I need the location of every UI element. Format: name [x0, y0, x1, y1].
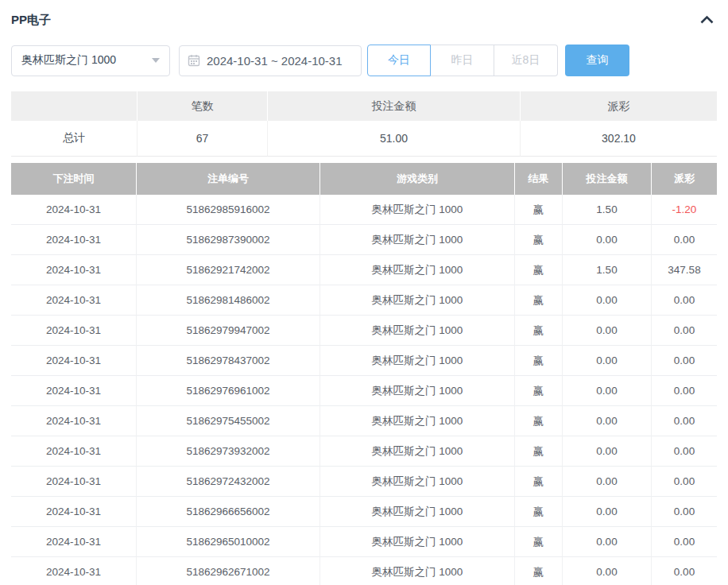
- table-row: 2024-10-31 51862962671002 奥林匹斯之门 1000 赢 …: [11, 557, 717, 585]
- summary-header-blank: [11, 91, 137, 121]
- cell-game-category: 奥林匹斯之门 1000: [320, 467, 515, 497]
- cell-bet-time: 2024-10-31: [11, 406, 137, 436]
- query-button[interactable]: 查询: [565, 45, 629, 76]
- cell-game-category: 奥林匹斯之门 1000: [320, 436, 515, 467]
- cell-bet-amount: 0.00: [563, 376, 652, 406]
- cell-game-category: 奥林匹斯之门 1000: [320, 527, 515, 557]
- cell-bet-time: 2024-10-31: [11, 316, 137, 346]
- cell-result: 赢: [515, 527, 563, 557]
- last-8-days-button[interactable]: 近8日: [494, 45, 558, 76]
- cell-bet-number: 51862966656002: [137, 497, 320, 527]
- table-row: 2024-10-31 51862973932002 奥林匹斯之门 1000 赢 …: [11, 436, 717, 467]
- cell-game-category: 奥林匹斯之门 1000: [320, 497, 515, 527]
- cell-result: 赢: [515, 316, 563, 346]
- cell-bet-number: 51862978437002: [137, 346, 320, 376]
- cell-payout: 0.00: [652, 557, 717, 585]
- yesterday-button[interactable]: 昨日: [431, 45, 494, 76]
- cell-payout: 0.00: [652, 225, 717, 255]
- table-body: 2024-10-31 51862985916002 奥林匹斯之门 1000 赢 …: [11, 195, 717, 585]
- cell-bet-number: 51862979947002: [137, 316, 320, 346]
- cell-bet-number: 51862976961002: [137, 376, 320, 406]
- table-header-row: 下注时间 注单编号 游戏类别 结果 投注金额 派彩: [11, 163, 717, 195]
- cell-bet-amount: 0.00: [563, 316, 652, 346]
- cell-result: 赢: [515, 406, 563, 436]
- cell-bet-number: 51862985916002: [137, 195, 320, 225]
- summary-table: 笔数 投注金额 派彩 总计 67 51.00 302.10: [11, 91, 717, 157]
- cell-bet-amount: 0.00: [563, 285, 652, 316]
- cell-game-category: 奥林匹斯之门 1000: [320, 225, 515, 255]
- cell-result: 赢: [515, 376, 563, 406]
- cell-game-category: 奥林匹斯之门 1000: [320, 406, 515, 436]
- column-header-payout: 派彩: [652, 163, 717, 195]
- cell-bet-time: 2024-10-31: [11, 436, 137, 467]
- summary-header-payout: 派彩: [521, 91, 717, 121]
- cell-payout: 0.00: [652, 346, 717, 376]
- summary-total-count: 67: [137, 121, 268, 157]
- cell-bet-amount: 0.00: [563, 497, 652, 527]
- cell-bet-amount: 1.50: [563, 195, 652, 225]
- table-row: 2024-10-31 51862966656002 奥林匹斯之门 1000 赢 …: [11, 497, 717, 527]
- cell-result: 赢: [515, 467, 563, 497]
- today-button[interactable]: 今日: [367, 45, 431, 76]
- table-row: 2024-10-31 51862987390002 奥林匹斯之门 1000 赢 …: [11, 225, 717, 255]
- cell-bet-amount: 0.00: [563, 406, 652, 436]
- calendar-icon: [188, 54, 200, 67]
- cell-payout: 0.00: [652, 316, 717, 346]
- table-row: 2024-10-31 51862975455002 奥林匹斯之门 1000 赢 …: [11, 406, 717, 436]
- cell-bet-time: 2024-10-31: [11, 527, 137, 557]
- cell-result: 赢: [515, 497, 563, 527]
- cell-bet-number: 51862921742002: [137, 255, 320, 285]
- quick-date-button-group: 今日 昨日 近8日: [367, 45, 558, 76]
- cell-game-category: 奥林匹斯之门 1000: [320, 195, 515, 225]
- summary-header-count: 笔数: [137, 91, 268, 121]
- cell-bet-time: 2024-10-31: [11, 346, 137, 376]
- table-row: 2024-10-31 51862976961002 奥林匹斯之门 1000 赢 …: [11, 376, 717, 406]
- cell-bet-amount: 1.50: [563, 255, 652, 285]
- cell-bet-number: 51862962671002: [137, 557, 320, 585]
- cell-payout: 0.00: [652, 285, 717, 316]
- summary-header-row: 笔数 投注金额 派彩: [11, 91, 717, 121]
- cell-game-category: 奥林匹斯之门 1000: [320, 285, 515, 316]
- summary-total-payout: 302.10: [521, 121, 717, 157]
- summary-header-bet-amount: 投注金额: [268, 91, 521, 121]
- cell-result: 赢: [515, 225, 563, 255]
- table-row: 2024-10-31 51862921742002 奥林匹斯之门 1000 赢 …: [11, 255, 717, 285]
- table-row: 2024-10-31 51862978437002 奥林匹斯之门 1000 赢 …: [11, 346, 717, 376]
- cell-result: 赢: [515, 346, 563, 376]
- cell-bet-number: 51862987390002: [137, 225, 320, 255]
- bet-records-table: 下注时间 注单编号 游戏类别 结果 投注金额 派彩 2024-10-31 518…: [11, 163, 717, 585]
- cell-bet-time: 2024-10-31: [11, 497, 137, 527]
- cell-bet-number: 51862981486002: [137, 285, 320, 316]
- cell-result: 赢: [515, 195, 563, 225]
- cell-bet-time: 2024-10-31: [11, 225, 137, 255]
- cell-bet-number: 51862973932002: [137, 436, 320, 467]
- table-row: 2024-10-31 51862965010002 奥林匹斯之门 1000 赢 …: [11, 527, 717, 557]
- cell-game-category: 奥林匹斯之门 1000: [320, 346, 515, 376]
- summary-total-row: 总计 67 51.00 302.10: [11, 121, 717, 157]
- collapse-button[interactable]: [698, 11, 715, 29]
- table-row: 2024-10-31 51862972432002 奥林匹斯之门 1000 赢 …: [11, 467, 717, 497]
- cell-bet-time: 2024-10-31: [11, 285, 137, 316]
- pp-electronic-panel: PP电子 奥林匹斯之门 1000: [0, 0, 728, 585]
- column-header-game-category: 游戏类别: [320, 163, 515, 195]
- cell-game-category: 奥林匹斯之门 1000: [320, 316, 515, 346]
- chevron-up-icon: [700, 13, 714, 27]
- column-header-bet-amount: 投注金额: [563, 163, 652, 195]
- cell-game-category: 奥林匹斯之门 1000: [320, 557, 515, 585]
- filter-bar: 奥林匹斯之门 1000 2024-10-31 ~ 2024-10-31: [11, 45, 717, 76]
- table-row: 2024-10-31 51862979947002 奥林匹斯之门 1000 赢 …: [11, 316, 717, 346]
- cell-game-category: 奥林匹斯之门 1000: [320, 255, 515, 285]
- cell-payout: 0.00: [652, 527, 717, 557]
- cell-payout: 347.58: [652, 255, 717, 285]
- game-select-value: 奥林匹斯之门 1000: [21, 53, 116, 68]
- cell-payout: 0.00: [652, 406, 717, 436]
- cell-payout: 0.00: [652, 376, 717, 406]
- cell-bet-amount: 0.00: [563, 467, 652, 497]
- cell-result: 赢: [515, 436, 563, 467]
- date-range-picker[interactable]: 2024-10-31 ~ 2024-10-31: [179, 45, 362, 76]
- cell-result: 赢: [515, 557, 563, 585]
- game-select[interactable]: 奥林匹斯之门 1000: [11, 45, 170, 76]
- cell-bet-time: 2024-10-31: [11, 255, 137, 285]
- cell-result: 赢: [515, 285, 563, 316]
- cell-bet-amount: 0.00: [563, 346, 652, 376]
